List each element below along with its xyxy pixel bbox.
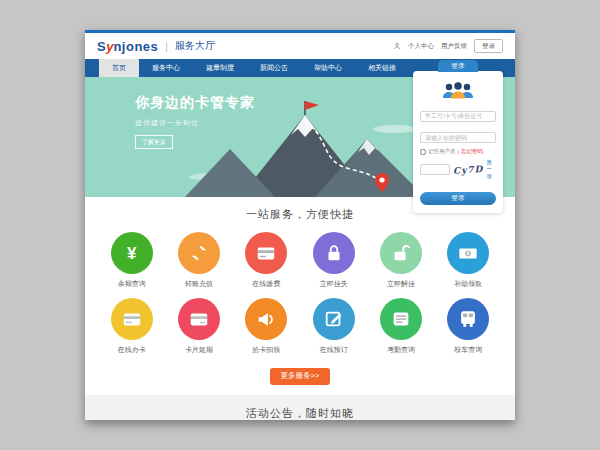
bus-icon: [457, 308, 479, 330]
login-submit-button[interactable]: 登录: [420, 192, 496, 205]
megaphone-icon: [255, 308, 277, 330]
nav-item-news[interactable]: 新闻公告: [247, 59, 301, 77]
service-item-card-renewal[interactable]: 卡片延期: [165, 298, 232, 355]
site-header: Synjones | 服务大厅 个人中心 用户反馈 登录: [85, 33, 515, 59]
users-group-icon: [420, 82, 496, 99]
service-label: 卡片延期: [185, 345, 213, 355]
service-item-report-loss[interactable]: 立即挂失: [300, 232, 367, 289]
services-grid: ¥ 余额查询 转账充值 在线缴费: [98, 232, 502, 355]
services-section: 一站服务，方便快捷 ¥ 余额查询 转账充值: [85, 197, 515, 385]
topbar-login-button[interactable]: 登录: [474, 39, 503, 53]
logo-text-rest: njones: [113, 39, 158, 54]
service-label: 校车查询: [454, 345, 482, 355]
lock-icon: [323, 242, 345, 264]
announcements-title: 活动公告，随时知晓: [85, 406, 515, 421]
service-item-found-card[interactable]: 拾卡招领: [233, 298, 300, 355]
feedback-link[interactable]: 用户反馈: [441, 42, 467, 51]
brand-logo[interactable]: Synjones | 服务大厅: [97, 39, 215, 54]
hero-title: 你身边的卡管专家: [135, 94, 255, 112]
service-item-online-booking[interactable]: 在线预订: [300, 298, 367, 355]
hero-subtitle: 提供建设一步到位: [135, 118, 255, 128]
nav-item-rules[interactable]: 规章制度: [193, 59, 247, 77]
service-item-pay-online[interactable]: 在线缴费: [233, 232, 300, 289]
list-icon: [390, 308, 412, 330]
service-circle: [245, 298, 287, 340]
logo-y-accent: y: [106, 39, 113, 54]
service-label: 转账充值: [185, 279, 213, 289]
logo-text: S: [97, 39, 106, 54]
options-separator: |: [458, 149, 459, 155]
nav-item-service-center[interactable]: 服务中心: [139, 59, 193, 77]
service-item-unfreeze[interactable]: 立即解挂: [367, 232, 434, 289]
service-label: 在线预订: [320, 345, 348, 355]
service-circle: [380, 298, 422, 340]
person-icon: [393, 42, 401, 50]
browser-page: Synjones | 服务大厅 个人中心 用户反馈 登录 首页 服务中心 规章制…: [85, 30, 515, 420]
account-input[interactable]: [420, 111, 496, 122]
login-options-row: 记住用户名 | 忘记密码: [420, 148, 496, 155]
hero-cta-button[interactable]: 了解更多: [135, 135, 173, 149]
login-tab[interactable]: 登录: [438, 60, 478, 72]
service-label: 考勤查询: [387, 345, 415, 355]
banknote-icon: ¥: [457, 242, 479, 264]
service-circle: ¥: [447, 232, 489, 274]
hero-banner: 你身边的卡管专家 提供建设一步到位 了解更多 登录 记住用户名: [85, 77, 515, 197]
service-circle: ¥: [111, 232, 153, 274]
captcha-input[interactable]: [420, 164, 450, 175]
service-label: 拾卡招领: [252, 345, 280, 355]
transfer-arrows-icon: [188, 242, 210, 264]
nav-item-links[interactable]: 相关链接: [355, 59, 409, 77]
hero-copy: 你身边的卡管专家 提供建设一步到位 了解更多: [135, 94, 255, 149]
service-circle: [178, 298, 220, 340]
edit-icon: [323, 308, 345, 330]
logo-divider: |: [165, 41, 168, 52]
yen-icon: ¥: [127, 245, 136, 262]
service-circle: [111, 298, 153, 340]
password-input[interactable]: [420, 132, 496, 143]
captcha-image[interactable]: Cy7D: [453, 163, 484, 175]
forgot-password-link[interactable]: 忘记密码: [461, 148, 483, 155]
captcha-row: Cy7D 换一张: [420, 159, 496, 180]
announcements-section: 活动公告，随时知晓 使用指南 最新公告 更多>> 使用指南 更多>>: [85, 395, 515, 421]
topbar-links: 个人中心 用户反馈 登录: [393, 39, 503, 53]
service-label: 在线缴费: [252, 279, 280, 289]
service-label: 立即挂失: [320, 279, 348, 289]
personal-center-link[interactable]: 个人中心: [408, 42, 434, 51]
bank-card-icon: [255, 242, 277, 264]
service-label: 余额查询: [118, 279, 146, 289]
unlock-icon: [390, 242, 412, 264]
nav-item-home[interactable]: 首页: [99, 59, 139, 77]
site-name: 服务大厅: [175, 39, 215, 53]
service-circle: [447, 298, 489, 340]
service-label: 在线办卡: [118, 345, 146, 355]
service-circle: [313, 298, 355, 340]
nav-item-help-center[interactable]: 帮助中心: [301, 59, 355, 77]
service-item-school-bus[interactable]: 校车查询: [435, 298, 502, 355]
service-item-transfer[interactable]: 转账充值: [165, 232, 232, 289]
service-item-attendance[interactable]: 考勤查询: [367, 298, 434, 355]
card-icon: [121, 308, 143, 330]
service-item-apply-card[interactable]: 在线办卡: [98, 298, 165, 355]
service-circle: [178, 232, 220, 274]
login-panel: 登录 记住用户名 | 忘记密码: [413, 71, 503, 213]
service-label: 立即解挂: [387, 279, 415, 289]
captcha-refresh-link[interactable]: 换一张: [486, 159, 496, 180]
remember-label: 记住用户名: [428, 148, 456, 155]
service-circle: [380, 232, 422, 274]
service-item-subsidy[interactable]: ¥ 补助领取: [435, 232, 502, 289]
service-circle: [245, 232, 287, 274]
remember-checkbox[interactable]: [420, 149, 426, 155]
service-item-balance[interactable]: ¥ 余额查询: [98, 232, 165, 289]
service-label: 补助领取: [454, 279, 482, 289]
service-circle: [313, 232, 355, 274]
card-icon: [188, 308, 210, 330]
desktop-background: Synjones | 服务大厅 个人中心 用户反馈 登录 首页 服务中心 规章制…: [0, 0, 600, 450]
more-services-button[interactable]: 更多服务>>: [270, 368, 331, 385]
